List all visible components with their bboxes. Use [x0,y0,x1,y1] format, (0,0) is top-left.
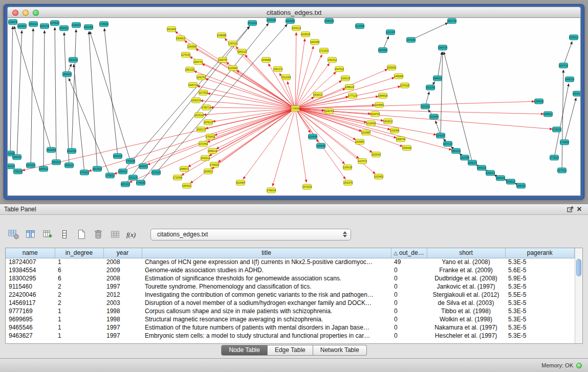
graph-node[interactable]: 1922102 [421,104,430,109]
table-cell[interactable]: 1 [55,258,103,266]
column-header-in_degree[interactable]: in_degree [55,248,103,258]
graph-node[interactable]: 1514545 [308,134,317,139]
graph-node[interactable]: 1754203 [80,170,89,175]
graph-node[interactable]: 1462312 [328,57,337,62]
graph-node[interactable]: 1721023 [319,48,329,53]
graph-node[interactable]: 1750432 [206,134,215,139]
graph-node[interactable]: 1164981 [375,102,384,107]
graph-node[interactable]: 1775203 [550,155,559,160]
table-cell[interactable]: 0 [391,332,427,340]
graph-node[interactable]: 1878123 [204,120,213,125]
graph-edge[interactable] [243,108,295,179]
graph-node[interactable]: 1812503 [93,166,102,171]
graph-edge[interactable] [438,52,442,78]
table-cell[interactable]: 9699695 [6,315,55,323]
graph-node[interactable]: 1216043 [366,121,376,126]
table-row[interactable]: 946362711997Embryonic stem cells: a mode… [6,332,575,340]
graph-node[interactable]: 1221397 [386,30,395,35]
graph-node[interactable]: 1864918 [378,93,387,98]
graph-edge[interactable] [295,108,373,152]
graph-edge[interactable] [147,108,295,165]
graph-node[interactable]: 1677012 [557,168,567,173]
table-cell[interactable]: 9777169 [6,307,55,315]
network-selector-dropdown[interactable]: citations_edges.txt [150,229,351,240]
graph-node[interactable]: 1904913 [176,36,185,41]
graph-node[interactable]: 1454545 [316,143,325,148]
graph-node[interactable]: 1427071 [358,159,367,164]
graph-node[interactable]: 1895754 [396,137,405,142]
table-cell[interactable]: 5.5E-5 [505,291,575,299]
graph-node[interactable]: 1275141 [181,52,190,57]
graph-node[interactable]: 2520651 [47,147,56,152]
graph-edge[interactable] [197,86,295,108]
graph-node[interactable]: 1372442 [199,141,208,146]
graph-node[interactable]: 1932185 [426,85,435,90]
table-cell[interactable]: 5.3E-5 [505,299,575,307]
graph-edge[interactable] [295,101,535,108]
window-titlebar[interactable]: citations_edges.txt [7,7,581,18]
graph-node[interactable]: 1679197 [436,133,445,138]
graph-node[interactable]: 1915469 [390,128,399,133]
graph-node[interactable]: 1625341 [372,152,381,157]
graph-node[interactable]: 1905123 [64,163,74,168]
table-cell[interactable]: 2009 [103,266,142,274]
function-builder-icon[interactable]: f(x) [125,228,139,241]
graph-node[interactable]: 2053093 [387,65,396,70]
graph-node[interactable]: 1543212 [201,156,210,161]
table-cell[interactable]: Tibbo et al. (1998) [427,307,505,315]
table-cell[interactable]: 1997 [103,282,142,291]
graph-edge[interactable] [55,27,56,162]
table-cell[interactable]: Yano et al. (2008) [427,258,505,266]
graph-node[interactable]: 1548108 [324,18,334,24]
graph-node[interactable]: 1759023 [105,173,115,178]
table-row[interactable]: 911546021997Tourette syndrome. Phenomeno… [6,282,575,291]
table-cell[interactable]: 9465546 [6,323,55,332]
graph-node[interactable]: 2063100 [69,57,78,62]
graph-node[interactable]: 1646950 [262,57,271,62]
graph-edge[interactable] [89,108,295,171]
graph-edge[interactable] [10,26,13,154]
graph-node[interactable]: 1425712 [188,82,198,87]
graph-node[interactable]: 1906214 [468,160,477,165]
graph-node[interactable]: 1904823 [17,24,27,29]
graph-node[interactable]: 1698123 [345,84,354,90]
graph-edge[interactable] [554,83,569,158]
graph-edge[interactable] [210,107,295,108]
graph-edge[interactable] [564,98,576,142]
graph-edge[interactable] [123,26,249,171]
graph-node[interactable]: 1554212 [292,26,301,31]
table-cell[interactable]: 5.3E-5 [505,323,575,332]
graph-node[interactable]: 1764023 [210,162,219,167]
graph-edge[interactable] [195,49,295,108]
graph-node[interactable]: 1851203 [121,182,130,187]
table-cell[interactable]: Corpus callosum shape and size in male p… [142,307,391,315]
graph-node[interactable]: 1209132 [343,165,352,170]
table-cell[interactable]: 0 [391,282,427,291]
graph-edge[interactable] [295,108,397,138]
graph-node[interactable]: 1850412 [118,169,127,174]
graph-node[interactable]: 1777123 [348,93,357,98]
graph-node[interactable]: 1985672 [180,166,189,171]
table-cell[interactable]: 2012 [103,291,142,299]
graph-node[interactable]: 1827412 [559,63,568,68]
graph-node[interactable]: 1900512 [52,160,61,165]
table-cell[interactable]: 9115460 [6,282,55,291]
graph-node[interactable]: 1320123 [341,76,350,81]
table-cell[interactable]: Jankovic et al. (1997) [427,282,505,291]
graph-node[interactable]: 1821842 [167,27,176,32]
graph-edge[interactable] [562,70,563,170]
import-table-icon[interactable] [108,228,122,241]
table-cell[interactable]: 6 [55,274,103,282]
graph-node[interactable]: 1726354 [173,175,182,180]
table-cell[interactable]: Tourette syndrome. Phenomenology and cla… [142,282,391,291]
float-panel-icon[interactable] [565,205,575,213]
table-mode-icon[interactable] [7,228,20,241]
graph-edge[interactable] [89,31,97,169]
graph-node[interactable]: 1746283 [136,180,145,185]
graph-node[interactable]: 1786234 [267,188,276,193]
graph-node[interactable]: 1937123 [443,141,452,146]
column-header-name[interactable]: name [6,248,55,258]
close-panel-icon[interactable]: × [575,205,584,213]
network-view[interactable]: 1724098182184219049132264058127514119547… [7,18,581,196]
tab-node-table[interactable]: Node Table [221,345,268,356]
